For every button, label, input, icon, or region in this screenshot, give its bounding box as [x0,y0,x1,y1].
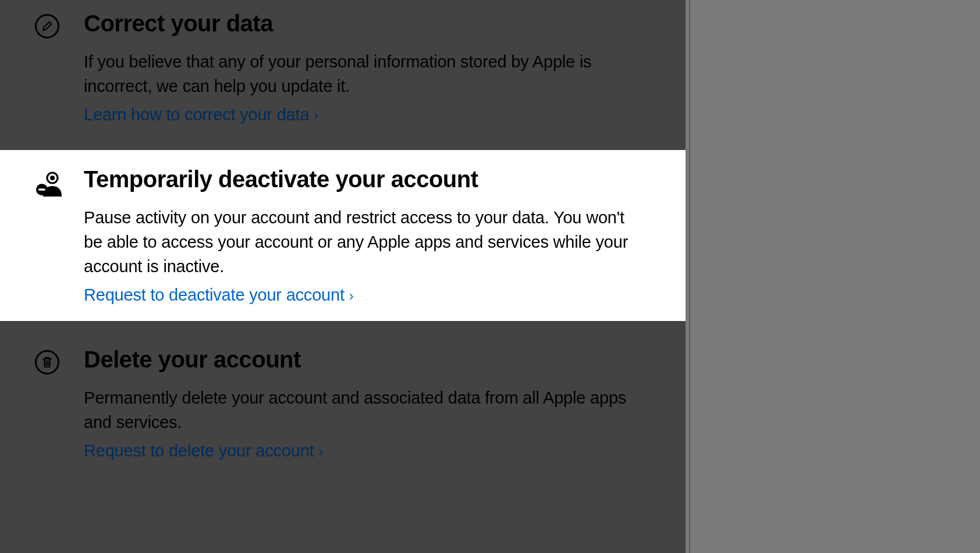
chevron-right-icon: › [318,445,323,459]
deactivate-person-icon [35,170,64,198]
deactivate-desc: Pause activity on your account and restr… [84,205,642,279]
chevron-right-icon: › [314,109,318,123]
correct-link-label: Learn how to correct your data [84,105,309,124]
delete-icon-slot [35,347,84,374]
section-delete-account: Delete your account Permanently delete y… [0,330,686,477]
privacy-settings-page: Correct your data If you believe that an… [0,0,980,553]
deactivate-icon-slot [35,166,84,198]
correct-link[interactable]: Learn how to correct your data › [84,105,318,124]
deactivate-text: Temporarily deactivate your account Paus… [84,166,642,305]
vertical-divider [689,0,690,553]
delete-title: Delete your account [84,347,642,373]
content-column: Correct your data If you believe that an… [0,0,686,553]
deactivate-link[interactable]: Request to deactivate your account › [84,286,354,305]
section-deactivate-account: Temporarily deactivate your account Paus… [0,150,686,321]
deactivate-title: Temporarily deactivate your account [84,166,642,192]
delete-text: Delete your account Permanently delete y… [84,347,642,461]
chevron-right-icon: › [349,289,354,303]
correct-desc: If you believe that any of your personal… [84,49,642,98]
delete-link-label: Request to delete your account [84,441,314,461]
section-correct-data: Correct your data If you believe that an… [0,0,686,141]
delete-desc: Permanently delete your account and asso… [84,386,642,434]
pencil-circle-icon [35,14,59,38]
delete-link[interactable]: Request to delete your account › [84,441,323,461]
svg-point-1 [50,176,55,180]
trash-circle-icon [35,350,59,374]
deactivate-link-label: Request to deactivate your account [84,286,345,305]
svg-rect-3 [38,188,45,191]
correct-title: Correct your data [84,10,642,37]
correct-text: Correct your data If you believe that an… [84,10,642,124]
correct-icon-slot [35,10,84,38]
